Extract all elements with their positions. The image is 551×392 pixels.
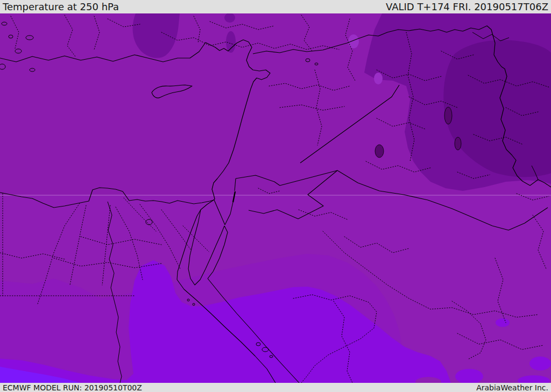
warm-spot-2 (348, 34, 359, 48)
valid-time-label: VALID T+174 FRI. 20190517T06Z (386, 2, 548, 12)
lake-tharthar (375, 145, 384, 158)
temperature-map (0, 13, 551, 383)
map-title: Temperature at 250 hPa (3, 2, 119, 12)
warm-blob-1 (496, 318, 510, 327)
header-bar: Temperature at 250 hPa VALID T+174 FRI. … (0, 0, 551, 13)
lake-urmia (444, 107, 452, 124)
warm-spot-1 (374, 73, 383, 84)
brand-label: ArabiaWeather Inc. (476, 384, 548, 391)
cold-spot-2 (226, 31, 236, 53)
warm-blob-2 (529, 357, 551, 370)
lake-van (455, 137, 461, 150)
model-run-label: ECMWF MODEL RUN: 20190510T00Z (3, 384, 142, 391)
weather-map-screenshot: Temperature at 250 hPa VALID T+174 FRI. … (0, 0, 551, 392)
footer-bar: ECMWF MODEL RUN: 20190510T00Z ArabiaWeat… (0, 383, 551, 392)
